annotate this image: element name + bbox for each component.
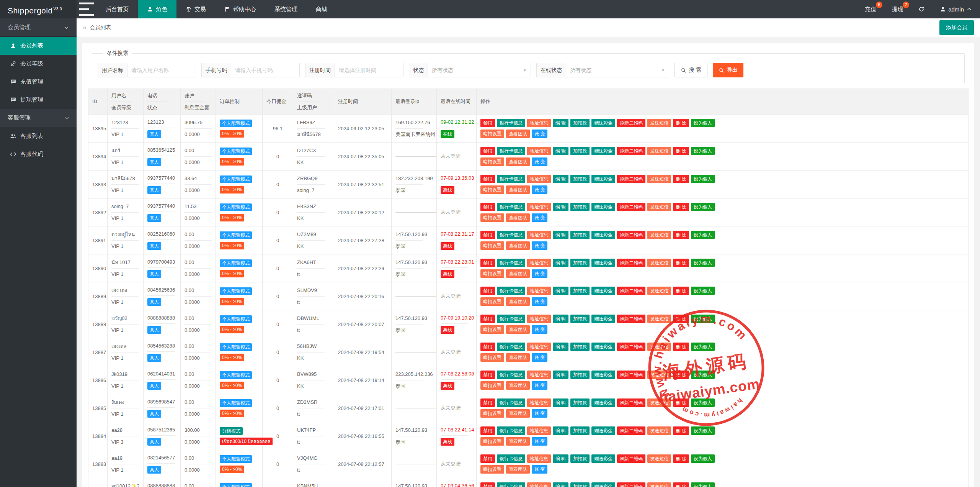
- view-team-button[interactable]: 查看团队: [506, 157, 530, 166]
- refresh-qrcode-button[interactable]: 刷新二维码: [617, 287, 645, 295]
- refresh-qrcode-button[interactable]: 刷新二维码: [617, 454, 645, 463]
- address-info-button[interactable]: 地址信息: [527, 259, 551, 267]
- view-team-button[interactable]: 查看团队: [506, 465, 530, 474]
- refresh-qrcode-button[interactable]: 刷新二维码: [617, 175, 645, 183]
- disable-button[interactable]: 禁用: [480, 203, 495, 211]
- bank-card-info-button[interactable]: 银行卡信息: [497, 454, 525, 463]
- send-sms-button[interactable]: 发送短信: [647, 482, 671, 487]
- adjust-balance-button[interactable]: 加扣款: [570, 482, 590, 487]
- bank-card-info-button[interactable]: 银行卡信息: [497, 482, 525, 487]
- view-team-button[interactable]: 查看团队: [506, 353, 530, 362]
- hidden-deduction-settings-button[interactable]: 暗扣设置: [480, 297, 504, 306]
- edit-button[interactable]: 编 辑: [553, 231, 568, 239]
- edit-button[interactable]: 编 辑: [553, 203, 568, 211]
- nav-充值-item[interactable]: 充值6: [857, 0, 884, 18]
- hidden-deduction-settings-button[interactable]: 暗扣设置: [480, 437, 504, 446]
- delete-button[interactable]: 删 除: [673, 315, 689, 323]
- refresh-qrcode-button[interactable]: 刷新二维码: [617, 231, 645, 239]
- account-changes-button[interactable]: 账 变: [532, 241, 547, 250]
- account-changes-button[interactable]: 账 变: [532, 409, 547, 418]
- hamburger-icon[interactable]: [77, 0, 96, 18]
- username-input[interactable]: [127, 63, 196, 77]
- sidebar-item-会员列表[interactable]: 会员列表: [0, 37, 77, 55]
- nav-item-系统管理[interactable]: 系统管理: [265, 0, 307, 18]
- delete-button[interactable]: 删 除: [673, 119, 689, 127]
- address-info-button[interactable]: 地址信息: [527, 231, 551, 239]
- send-sms-button[interactable]: 发送短信: [647, 287, 671, 295]
- hidden-deduction-settings-button[interactable]: 暗扣设置: [480, 269, 504, 278]
- nav-item-帮助中心[interactable]: 帮助中心: [215, 0, 265, 18]
- edit-button[interactable]: 编 辑: [553, 482, 568, 487]
- nav-item-交易[interactable]: 交易: [176, 0, 215, 18]
- delete-button[interactable]: 删 除: [673, 231, 689, 239]
- sidebar-section-会员管理[interactable]: 会员管理: [0, 18, 77, 37]
- status-select[interactable]: 所有状态: [428, 63, 523, 77]
- disable-button[interactable]: 禁用: [480, 482, 495, 487]
- bank-card-info-button[interactable]: 银行卡信息: [497, 231, 525, 239]
- adjust-balance-button[interactable]: 加扣款: [570, 371, 590, 379]
- adjust-balance-button[interactable]: 加扣款: [570, 287, 590, 295]
- set-as-bot-button[interactable]: 设为假人: [691, 426, 715, 435]
- bank-card-info-button[interactable]: 银行卡信息: [497, 426, 525, 435]
- bank-card-info-button[interactable]: 银行卡信息: [497, 315, 525, 323]
- gift-bonus-button[interactable]: 赠送彩金: [591, 147, 615, 155]
- edit-button[interactable]: 编 辑: [553, 259, 568, 267]
- bank-card-info-button[interactable]: 银行卡信息: [497, 371, 525, 379]
- hidden-deduction-settings-button[interactable]: 暗扣设置: [480, 353, 504, 362]
- gift-bonus-button[interactable]: 赠送彩金: [591, 343, 615, 351]
- adjust-balance-button[interactable]: 加扣款: [570, 454, 590, 463]
- hidden-deduction-settings-button[interactable]: 暗扣设置: [480, 325, 504, 334]
- set-as-bot-button[interactable]: 设为假人: [691, 371, 715, 379]
- edit-button[interactable]: 编 辑: [553, 119, 568, 127]
- hidden-deduction-settings-button[interactable]: 暗扣设置: [480, 185, 504, 194]
- hidden-deduction-settings-button[interactable]: 暗扣设置: [480, 409, 504, 418]
- send-sms-button[interactable]: 发送短信: [647, 203, 671, 211]
- view-team-button[interactable]: 查看团队: [506, 213, 530, 222]
- bank-card-info-button[interactable]: 银行卡信息: [497, 175, 525, 183]
- delete-button[interactable]: 删 除: [673, 398, 689, 407]
- view-team-button[interactable]: 查看团队: [506, 325, 530, 334]
- disable-button[interactable]: 禁用: [480, 119, 495, 127]
- edit-button[interactable]: 编 辑: [553, 398, 568, 407]
- edit-button[interactable]: 编 辑: [553, 175, 568, 183]
- address-info-button[interactable]: 地址信息: [527, 287, 551, 295]
- nav-item-商城[interactable]: 商城: [307, 0, 336, 18]
- account-changes-button[interactable]: 账 变: [532, 269, 547, 278]
- view-team-button[interactable]: 查看团队: [506, 409, 530, 418]
- edit-button[interactable]: 编 辑: [553, 454, 568, 463]
- address-info-button[interactable]: 地址信息: [527, 175, 551, 183]
- gift-bonus-button[interactable]: 赠送彩金: [591, 398, 615, 407]
- gift-bonus-button[interactable]: 赠送彩金: [591, 119, 615, 127]
- view-team-button[interactable]: 查看团队: [506, 241, 530, 250]
- hidden-deduction-settings-button[interactable]: 暗扣设置: [480, 381, 504, 390]
- send-sms-button[interactable]: 发送短信: [647, 315, 671, 323]
- sidebar-item-客服列表[interactable]: 客服列表: [0, 127, 77, 145]
- disable-button[interactable]: 禁用: [480, 287, 495, 295]
- bank-card-info-button[interactable]: 银行卡信息: [497, 398, 525, 407]
- view-team-button[interactable]: 查看团队: [506, 381, 530, 390]
- edit-button[interactable]: 编 辑: [553, 371, 568, 379]
- add-member-button[interactable]: 添加会员: [939, 20, 974, 35]
- account-changes-button[interactable]: 账 变: [532, 157, 547, 166]
- set-as-bot-button[interactable]: 设为假人: [691, 259, 715, 267]
- bank-card-info-button[interactable]: 银行卡信息: [497, 203, 525, 211]
- hidden-deduction-settings-button[interactable]: 暗扣设置: [480, 157, 504, 166]
- disable-button[interactable]: 禁用: [480, 147, 495, 155]
- set-as-bot-button[interactable]: 设为假人: [691, 287, 715, 295]
- edit-button[interactable]: 编 辑: [553, 147, 568, 155]
- export-button[interactable]: 导出: [713, 63, 743, 77]
- gift-bonus-button[interactable]: 赠送彩金: [591, 315, 615, 323]
- set-as-bot-button[interactable]: 设为假人: [691, 231, 715, 239]
- adjust-balance-button[interactable]: 加扣款: [570, 147, 590, 155]
- set-as-bot-button[interactable]: 设为假人: [691, 203, 715, 211]
- set-as-bot-button[interactable]: 设为假人: [691, 398, 715, 407]
- sidebar-item-充值管理[interactable]: 充值管理: [0, 73, 77, 91]
- delete-button[interactable]: 删 除: [673, 426, 689, 435]
- send-sms-button[interactable]: 发送短信: [647, 426, 671, 435]
- sidebar-item-会员等级[interactable]: 会员等级: [0, 55, 77, 73]
- account-changes-button[interactable]: 账 变: [532, 325, 547, 334]
- nav-item-角色[interactable]: 角色: [138, 0, 176, 18]
- adjust-balance-button[interactable]: 加扣款: [570, 259, 590, 267]
- account-changes-button[interactable]: 账 变: [532, 213, 547, 222]
- set-as-bot-button[interactable]: 设为假人: [691, 175, 715, 183]
